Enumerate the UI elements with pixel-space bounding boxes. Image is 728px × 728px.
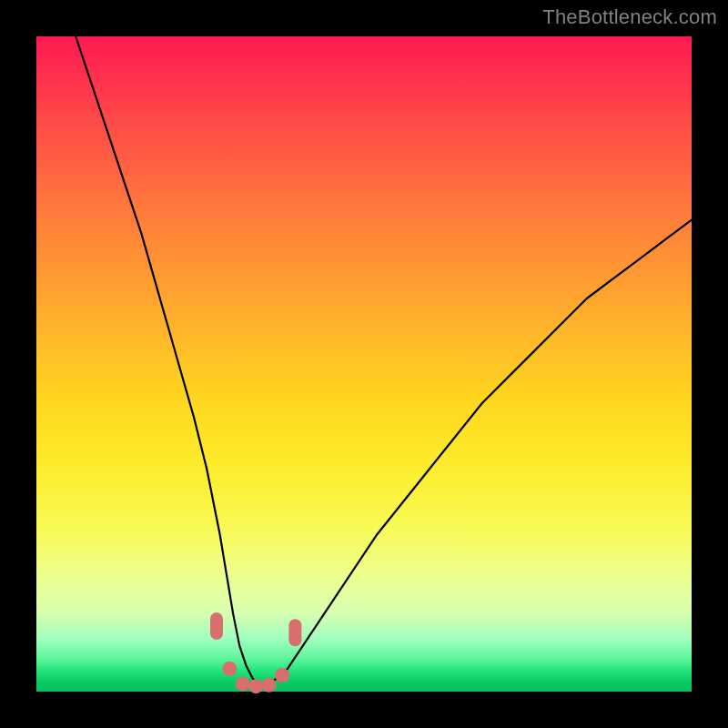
marker-dot — [236, 676, 250, 691]
marker-dot — [275, 668, 289, 682]
marker-dot — [262, 678, 277, 693]
trough-markers — [210, 612, 301, 693]
bottleneck-curve — [76, 36, 692, 685]
chart-stage: TheBottleneck.com — [0, 0, 728, 728]
marker-dot — [248, 679, 263, 693]
watermark-text: TheBottleneck.com — [542, 5, 717, 29]
curve-svg — [36, 36, 692, 692]
marker-dot — [222, 662, 237, 676]
plot-area — [36, 36, 692, 692]
marker-capsule — [288, 619, 301, 646]
marker-capsule — [210, 612, 223, 640]
